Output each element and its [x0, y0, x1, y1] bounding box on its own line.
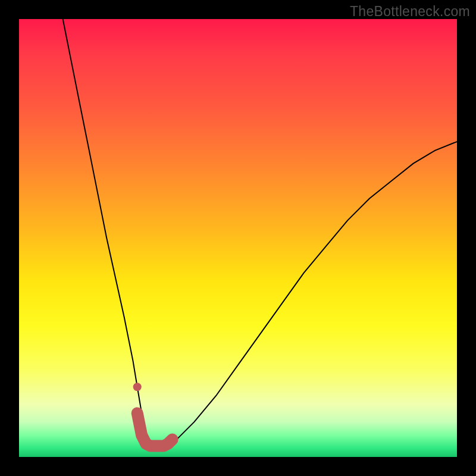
red-dot — [133, 383, 142, 391]
chart-frame: TheBottleneck.com — [0, 0, 476, 476]
plot-area — [19, 19, 457, 457]
curves-svg — [19, 19, 457, 457]
black-curve — [63, 19, 457, 446]
watermark-text: TheBottleneck.com — [350, 4, 470, 20]
red-floor-segment — [137, 413, 173, 446]
